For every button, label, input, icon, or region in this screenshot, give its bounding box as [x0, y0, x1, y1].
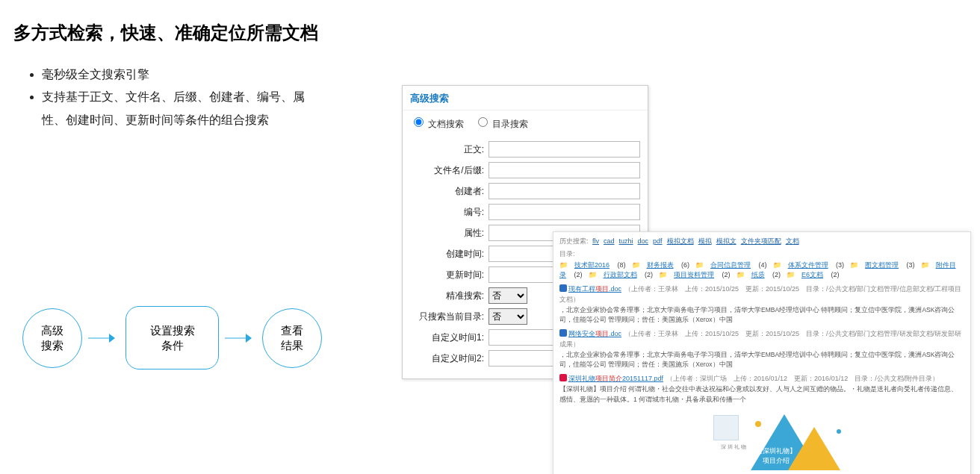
- category-item[interactable]: 📁E6文档 (2): [787, 271, 840, 278]
- folder-icon: 📁: [921, 261, 930, 269]
- label-custom-time1: 自定义时间1:: [410, 331, 489, 344]
- result-item: 现有工程项目.doc（上传者：王录林 上传：2015/10/25 更新：2015…: [559, 284, 964, 325]
- bullet-item: 毫秒级全文搜索引擎: [42, 63, 311, 86]
- arrow-icon: [222, 331, 259, 346]
- page-title: 多方式检索，快速、准确定位所需文档: [13, 21, 318, 45]
- label-precise: 精准搜索:: [410, 290, 489, 302]
- category-item[interactable]: 📁图文档管理 (3): [850, 261, 915, 269]
- history-link[interactable]: 模拟文档: [667, 237, 694, 245]
- catalog-label: 目录:: [559, 249, 964, 259]
- label-custom-time2: 自定义时间2:: [410, 352, 489, 365]
- panel-title: 高级搜索: [403, 86, 648, 110]
- flow-step-set-conditions: 设置搜索 条件: [125, 306, 219, 369]
- category-item[interactable]: 📁行政部文档 (2): [589, 271, 654, 278]
- select-precise[interactable]: 否: [489, 287, 527, 304]
- label-filename: 文件名/后缀:: [410, 164, 489, 177]
- folder-icon: 📁: [659, 271, 668, 278]
- category-item[interactable]: 📁体系文件管理 (3): [773, 261, 845, 269]
- svg-point-3: [837, 429, 841, 434]
- label-creator: 创建者:: [410, 185, 489, 198]
- label-update-time: 更新时间:: [410, 269, 489, 281]
- label-fulltext: 正文:: [410, 143, 489, 156]
- feature-bullets: 毫秒级全文搜索引擎 支持基于正文、文件名、后缀、创建者、编号、属性、创建时间、更…: [21, 63, 311, 131]
- history-link[interactable]: flv: [592, 237, 599, 245]
- folder-icon: 📁: [787, 271, 796, 278]
- input-creator[interactable]: [489, 183, 640, 199]
- doc-icon: [559, 284, 567, 292]
- svg-point-2: [755, 421, 761, 427]
- history-link[interactable]: 模拟: [698, 237, 712, 245]
- result-desc: ，北京企业家协会常务理事；北京大学商务电子学习项目，清华大学EMBA经理培训中心…: [559, 305, 964, 325]
- select-current-dir[interactable]: 否: [489, 308, 527, 325]
- pdf-icon: [559, 374, 567, 381]
- label-create-time: 创建时间:: [410, 248, 489, 261]
- category-item[interactable]: 📁项目资料管理 (2): [659, 271, 731, 278]
- history-link[interactable]: 文件夹项匹配: [741, 237, 781, 245]
- folder-icon: 📁: [736, 271, 745, 278]
- folder-icon: 📁: [695, 261, 704, 269]
- result-item: 深圳礼物项目简介20151117.pdf（上传者：深圳广场 上传：2016/01…: [559, 374, 964, 404]
- doc-icon: [559, 329, 567, 337]
- input-number[interactable]: [489, 204, 640, 220]
- search-results-panel: 历史搜索: flvcadtuzhidocpdf模拟文档模拟模拟文文件夹项匹配文档…: [553, 231, 971, 474]
- result-desc: ，北京企业家协会常务理事；北京大学商务电子学习项目，清华大学EMBA经理培训中心…: [559, 350, 964, 369]
- bullet-item: 支持基于正文、文件名、后缀、创建者、编号、属性、创建时间、更新时间等条件的组合搜…: [42, 86, 311, 131]
- folder-icon: 📁: [773, 261, 782, 269]
- history-link[interactable]: pdf: [653, 237, 663, 245]
- flow-diagram: 高级 搜索 设置搜索 条件 查看 结果: [22, 306, 322, 369]
- folder-icon: 📁: [632, 261, 641, 269]
- label-number: 编号:: [410, 206, 489, 219]
- radio-doc-search[interactable]: 文档搜索: [410, 119, 464, 129]
- result-title-link[interactable]: 网络安全项目.doc: [568, 330, 621, 337]
- folder-icon: 📁: [559, 261, 568, 269]
- label-attribute: 属性:: [410, 227, 489, 240]
- input-filename[interactable]: [489, 162, 640, 178]
- label-current-dir: 只搜索当前目录:: [410, 311, 489, 323]
- history-link[interactable]: doc: [638, 237, 649, 245]
- result-item: 网络安全项目.doc（上传者：王录林 上传：2015/10/25 更新：2015…: [559, 329, 964, 369]
- result-desc: 【深圳礼物】项目介绍 何谓礼物・社会交往中表达祝福和心意或以友好、人与人之间互赠…: [559, 384, 964, 404]
- history-link[interactable]: 模拟文: [716, 237, 736, 245]
- flow-step-advanced-search: 高级 搜索: [22, 308, 82, 368]
- history-bar: 历史搜索: flvcadtuzhidocpdf模拟文档模拟模拟文文件夹项匹配文档: [559, 237, 964, 246]
- folder-icon: 📁: [850, 261, 859, 269]
- history-link[interactable]: tuzhi: [619, 237, 633, 245]
- category-item[interactable]: 📁纸质 (2): [736, 271, 781, 278]
- result-title-link[interactable]: 深圳礼物项目简介20151117.pdf: [568, 375, 663, 382]
- category-item[interactable]: 📁合同信息管理 (4): [695, 261, 767, 269]
- category-item[interactable]: 📁技术部2016 (8): [559, 261, 626, 269]
- result-title-link[interactable]: 现有工程项目.doc: [568, 285, 621, 293]
- input-fulltext[interactable]: [489, 141, 640, 158]
- history-link[interactable]: cad: [604, 237, 615, 245]
- category-item[interactable]: 📁财务报表 (6): [632, 261, 690, 269]
- history-link[interactable]: 文档: [786, 237, 799, 245]
- folder-icon: 📁: [589, 271, 598, 278]
- arrow-icon: [85, 331, 122, 346]
- result-preview: 深 圳 礼 物 【深圳礼物】 项目介绍: [676, 411, 848, 474]
- result-meta: （上传者：深圳广场 上传：2016/01/12 更新：2016/01/12 目录…: [666, 375, 939, 382]
- category-bar: 📁技术部2016 (8)📁财务报表 (6)📁合同信息管理 (4)📁体系文件管理 …: [559, 261, 964, 280]
- radio-dir-search[interactable]: 目录搜索: [474, 119, 528, 129]
- flow-step-view-results: 查看 结果: [262, 308, 322, 368]
